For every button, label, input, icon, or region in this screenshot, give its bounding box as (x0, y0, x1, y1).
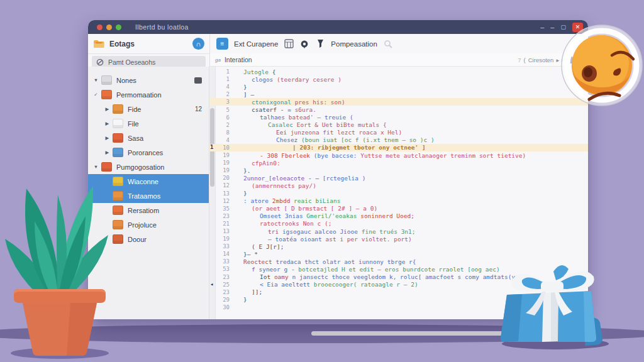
code-line[interactable]: 12: atore 2mbdd reaic biLians (216, 197, 588, 205)
code-line[interactable]: 1Jutogle { (216, 68, 588, 75)
gutter-marker-icon[interactable]: 1 (210, 144, 213, 150)
code-token: ctonixgonal (252, 99, 295, 106)
tree-item-fide[interactable]: ▶Fide12 (88, 102, 209, 116)
line-number: 23 (216, 213, 235, 219)
code-token: 2unnor_[eloeacote (243, 175, 308, 182)
code-text: Jutogle { (235, 69, 276, 75)
code-text: ctonixgonal pres his: son) (235, 99, 345, 106)
code-text: Iot oamy n jansectc thoce veegledom k, r… (235, 273, 519, 280)
tool-icon[interactable] (315, 39, 325, 49)
target-icon[interactable] (299, 39, 309, 49)
code-line[interactable]: 5csaterf - = s6ura. (216, 106, 588, 113)
traffic-light-close[interactable] (97, 25, 103, 30)
chevron-down-icon[interactable]: ▼ (92, 77, 100, 83)
code-line[interactable]: 14}– * (216, 250, 588, 258)
code-line[interactable]: 2] – (216, 90, 588, 98)
tree-item-label: Fide (128, 106, 141, 113)
code-token: (or aeet [ D brmstact [ 2# ] – a 0) (252, 205, 377, 212)
code-line[interactable]: 4} (216, 83, 588, 90)
code-token: (bye baccse: (314, 152, 360, 159)
item-action-icon[interactable] (194, 77, 202, 84)
code-line[interactable]: 2Casalec Eort & Uet biBte mutals { (216, 121, 588, 129)
titlebar[interactable]: Ilbertd bu loatloa – – ▢ ✕ (88, 20, 588, 34)
line-number: 12 (216, 198, 235, 204)
line-number: 19 (216, 160, 235, 166)
code-token: }– * (243, 251, 258, 258)
code-line[interactable]: 21ratoctrooks Non c (; (216, 220, 588, 228)
tree-item-nones[interactable]: ▼Nones (88, 73, 209, 87)
code-line[interactable]: 19– toatéa oioant ast i per violtet. por… (216, 235, 588, 243)
code-text: (or aeet [ D brmstact [ 2# ] – a 0) (235, 205, 377, 212)
sync-button[interactable]: ∩ (192, 38, 204, 50)
tree-item-label: Permomaation (116, 91, 162, 99)
chevron-right-icon[interactable]: ▶ (103, 150, 111, 155)
file-folder-icon (113, 104, 123, 114)
code-line[interactable]: 35(or aeet [ D brmstact [ 2# ] – a 0) (216, 205, 588, 212)
code-text: ]]; (235, 288, 262, 295)
file-folder-icon (113, 133, 123, 143)
item-count-badge: 12 (195, 106, 202, 112)
line-number: 33 (216, 243, 235, 250)
tree-item-permomaation[interactable]: ✓Permomaation (88, 87, 209, 102)
tree-item-file[interactable]: ▶File (88, 116, 209, 131)
code-text: }. (235, 167, 250, 174)
code-line[interactable]: 1clogos (teerdary cesere ) (216, 75, 588, 83)
code-line[interactable]: 13} (216, 190, 588, 197)
code-token: treuie ( (325, 114, 353, 121)
tree-item-sasa[interactable]: ▶Sasa (88, 131, 209, 145)
code-line[interactable]: 19}. (216, 167, 588, 174)
tree-item-pumgogosation[interactable]: ▼Pumgogosation (88, 160, 209, 174)
gutter-marker-icon[interactable]: ◂ (210, 281, 213, 287)
code-token: 2mbdd (272, 197, 294, 204)
code-line[interactable]: 8Eei junzeona fit lezct roaca x Hel) (216, 129, 588, 136)
code-line[interactable]: 3ctonixgonal pres his: son) (216, 98, 588, 106)
code-line[interactable]: 202unnor_[eloeacote - – [rctegelia ) (216, 174, 588, 182)
chevron-right-icon[interactable]: ▶ (103, 106, 111, 112)
code-token: junzeona fit lezct roaca x Hel) (291, 129, 402, 136)
code-text: ratoctrooks Non c (; (235, 220, 331, 227)
chevron-right-icon[interactable]: ▶ (103, 121, 111, 126)
tree-item-label: Doour (128, 236, 147, 243)
line-number: 19 (216, 167, 235, 173)
tree-item-label: Trataamos (128, 192, 160, 200)
code-token: < Eia aeeltett (260, 281, 314, 288)
tab-icon: ga (215, 57, 221, 63)
tree-item-label: Projoluce (128, 221, 157, 229)
code-line[interactable]: 23Omseet 3nias Gmeril/'eoakas soninnerd … (216, 212, 588, 220)
line-number: 12 (216, 182, 235, 189)
chevron-right-icon[interactable]: ▶ (103, 135, 111, 141)
tree-item-pororances[interactable]: ▶Pororances (88, 145, 209, 160)
code-token: Omseet 3nias (260, 212, 306, 219)
code-line[interactable]: 19cfpAin0: (216, 159, 588, 167)
chevron-down-icon[interactable]: ▼ (92, 164, 100, 170)
restore-button[interactable]: – (550, 23, 554, 31)
confused-emoji (557, 20, 644, 112)
tree-mark-icon[interactable]: ✓ (92, 92, 100, 97)
traffic-light-minimize[interactable] (106, 25, 112, 30)
open-file-label[interactable]: Ext Curapene (234, 40, 278, 48)
code-line[interactable]: 4Chesez (boun iuat [oc f (i.xt tnem – so… (216, 136, 588, 144)
grid-icon[interactable] (284, 39, 294, 49)
tool-label[interactable]: Pompeasation (331, 40, 377, 48)
code-line[interactable]: 19- 308 Fberleek (bye baccse: Yuttse met… (216, 151, 588, 159)
tree-item-label: Sasa (128, 134, 143, 142)
code-line[interactable]: 110| 203: ribjegmet tbotor ony octnee' ] (216, 144, 588, 151)
crumb-open: ( (524, 57, 526, 63)
app-icon[interactable]: ≡ (216, 38, 228, 50)
code-text: ] – (235, 91, 254, 98)
code-token: ] – (243, 91, 254, 98)
traffic-light-zoom[interactable] (116, 25, 121, 30)
code-line[interactable]: 33( E J[r]; (216, 243, 588, 250)
code-token: fine trués 3n1; (362, 228, 416, 235)
code-token: (teerdary cesere ) (277, 76, 341, 83)
code-line[interactable]: 13tri igsogauc aalceo Jiooe fine trués 3… (216, 228, 588, 235)
minimize-button[interactable]: – (540, 23, 544, 31)
crumb-label[interactable]: Ciresoten (528, 57, 554, 63)
search-dim-icon[interactable] (383, 39, 393, 49)
sidebar-title: Eotags (109, 40, 135, 48)
code-line[interactable]: 6talhaes batead' – treuie ( (216, 114, 588, 121)
code-line[interactable]: 12(anmernnects pay/) (216, 182, 588, 189)
line-number: 25 (216, 282, 235, 288)
code-text: 2unnor_[eloeacote - – [rctegelia ) (235, 175, 365, 182)
tab-label[interactable]: Interation (225, 56, 252, 63)
